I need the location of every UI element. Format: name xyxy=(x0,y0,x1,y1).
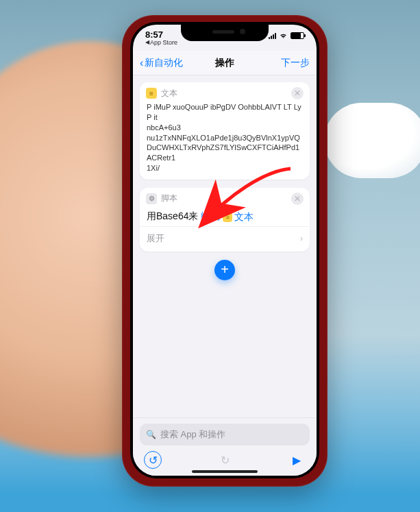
redo-button[interactable]: ↻ xyxy=(216,451,234,469)
status-clock: 8:57 xyxy=(145,30,177,40)
action-card-header: ⚙ 脚本 ✕ xyxy=(140,188,310,208)
chevron-left-icon: ‹ xyxy=(140,58,143,69)
action-card-label: 脚本 xyxy=(161,193,177,204)
delete-action-button[interactable]: ✕ xyxy=(291,193,304,205)
run-button[interactable]: ▶ xyxy=(288,451,306,469)
encode-mode-token[interactable]: 编码 xyxy=(201,210,220,221)
status-right xyxy=(269,32,304,39)
close-icon: ✕ xyxy=(294,194,301,204)
plus-icon: + xyxy=(221,262,229,278)
gear-icon: ⚙ xyxy=(146,193,157,204)
phone-bezel: 8:57 ◀ App Store ‹ xyxy=(130,22,319,478)
base64-expression: 用Base64来 编码 ≡ 文本 xyxy=(140,208,310,226)
input-variable-chip[interactable]: ≡ 文本 xyxy=(223,211,254,223)
text-line: 1Xi/ xyxy=(147,163,303,173)
battery-icon xyxy=(291,32,304,39)
expand-row[interactable]: 展开 › xyxy=(140,226,310,252)
nav-next-label: 下一步 xyxy=(281,57,310,69)
close-icon: ✕ xyxy=(294,88,301,98)
content-area: ≡ 文本 ✕ P iMuP xuoQouuP ibPgDV OohbbLAIVT… xyxy=(133,75,317,437)
undo-button[interactable]: ↺ xyxy=(144,451,162,469)
nav-back-button[interactable]: ‹ 新自动化 xyxy=(140,57,183,69)
back-to-app-chevron-icon: ◀ xyxy=(145,40,149,45)
toolbar: ↺ ↻ ▶ xyxy=(140,446,310,470)
phone-screen: 8:57 ◀ App Store ‹ xyxy=(133,25,317,476)
text-content[interactable]: P iMuP xuoQouuP ibPgDV OohbbLAIVT LT Ly … xyxy=(140,102,310,180)
phone-frame: 8:57 ◀ App Store ‹ xyxy=(122,15,328,487)
nav-next-button[interactable]: 下一步 xyxy=(281,57,310,69)
action-card-header: ≡ 文本 ✕ xyxy=(140,82,310,102)
wifi-icon xyxy=(279,32,288,39)
notch xyxy=(181,25,269,41)
text-line: P iMuP xuoQouuP ibPgDV OohbbLAIVT LT Ly … xyxy=(147,102,303,123)
input-variable-label: 文本 xyxy=(234,211,254,223)
text-icon: ≡ xyxy=(146,88,157,99)
search-icon: 🔍 xyxy=(146,430,156,439)
redo-icon: ↻ xyxy=(221,454,230,467)
cellular-icon xyxy=(269,33,276,39)
add-action-button[interactable]: + xyxy=(214,260,235,280)
back-to-app[interactable]: ◀ App Store xyxy=(145,40,177,46)
undo-icon: ↺ xyxy=(149,454,158,467)
background-object xyxy=(324,103,420,178)
text-line: nbcA+6u3 xyxy=(147,123,303,133)
text-line: nu1zTxNNFqXLO1aPde1j8u3QyBVlnX1ypVQ xyxy=(147,133,303,143)
home-indicator[interactable] xyxy=(192,470,258,473)
play-icon: ▶ xyxy=(293,454,301,467)
bottom-panel: 🔍 搜索 App 和操作 ↺ ↻ ▶ xyxy=(133,417,317,476)
chevron-right-icon: › xyxy=(300,233,303,243)
action-card-label: 文本 xyxy=(161,88,177,99)
text-icon: ≡ xyxy=(223,212,232,222)
delete-action-button[interactable]: ✕ xyxy=(291,87,304,99)
expand-label: 展开 xyxy=(147,232,164,245)
nav-back-label: 新自动化 xyxy=(145,57,183,69)
text-line: DuCWHXLTxRVphZS7fLYlSwCXFTCiAHfPd1 xyxy=(147,143,303,153)
search-field[interactable]: 🔍 搜索 App 和操作 xyxy=(140,424,310,446)
expr-prefix: 用Base64来 xyxy=(147,210,198,221)
text-line: ACRetr1 xyxy=(147,153,303,163)
search-placeholder: 搜索 App 和操作 xyxy=(160,428,225,441)
back-to-app-label: App Store xyxy=(150,40,177,46)
status-left: 8:57 ◀ App Store xyxy=(145,30,177,46)
action-card-text[interactable]: ≡ 文本 ✕ P iMuP xuoQouuP ibPgDV OohbbLAIVT… xyxy=(140,82,310,180)
action-card-script[interactable]: ⚙ 脚本 ✕ 用Base64来 编码 ≡ 文本 xyxy=(140,188,310,252)
nav-bar: ‹ 新自动化 操作 下一步 xyxy=(133,51,317,75)
